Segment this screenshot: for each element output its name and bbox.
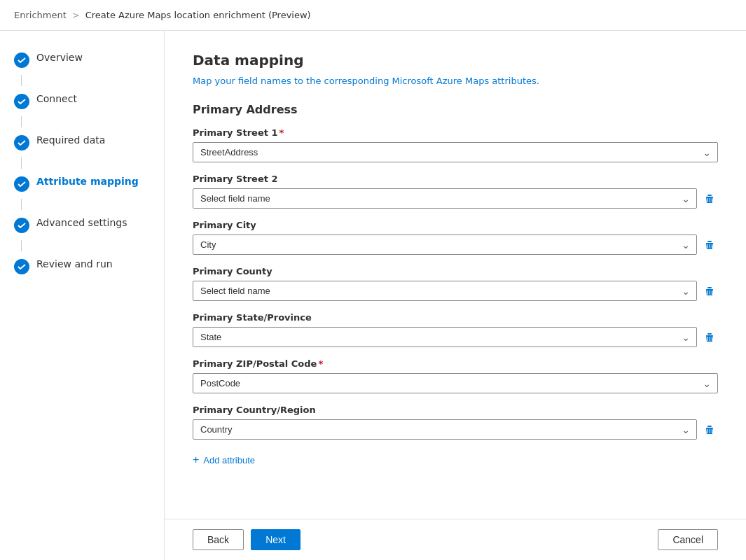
sidebar-label-advanced-settings: Advanced settings: [36, 217, 127, 228]
sidebar-item-advanced-settings[interactable]: Advanced settings: [0, 210, 164, 240]
select-wrapper-state: State ⌄: [193, 327, 697, 347]
step-icon-attribute-mapping: [14, 176, 29, 192]
select-primary-street-2[interactable]: Select field name: [193, 188, 697, 209]
sidebar-connector-5: [21, 240, 22, 251]
primary-address-title: Primary Address: [193, 103, 718, 116]
select-primary-zip[interactable]: PostCode: [193, 373, 718, 393]
plus-icon: +: [193, 454, 199, 466]
add-attribute-button[interactable]: + Add attribute: [193, 451, 255, 469]
select-wrapper-country: Country ⌄: [193, 419, 697, 440]
label-primary-street-1: Primary Street 1*: [193, 127, 718, 138]
field-primary-country: Primary Country/Region Country ⌄: [193, 405, 718, 440]
step-icon-connect: [14, 94, 29, 109]
label-primary-street-2: Primary Street 2: [193, 174, 718, 184]
back-button[interactable]: Back: [193, 529, 244, 550]
label-primary-county: Primary County: [193, 266, 718, 276]
field-primary-zip: Primary ZIP/Postal Code* PostCode ⌄: [193, 358, 718, 393]
next-button[interactable]: Next: [251, 529, 301, 550]
sidebar-connector-4: [21, 199, 22, 210]
step-icon-overview: [14, 52, 29, 68]
breadcrumb-parent[interactable]: Enrichment: [14, 10, 67, 20]
content-area: Data mapping Map your field names to the…: [165, 31, 746, 560]
label-primary-state: Primary State/Province: [193, 312, 718, 323]
sidebar-label-required-data: Required data: [36, 134, 105, 146]
select-wrapper-street-1: StreetAddress ⌄: [193, 142, 718, 162]
delete-button-street-2[interactable]: [701, 190, 718, 207]
sidebar-label-overview: Overview: [36, 52, 83, 63]
select-primary-county[interactable]: Select field name: [193, 281, 697, 301]
select-wrapper-street-2: Select field name ⌄: [193, 188, 697, 209]
select-wrapper-zip: PostCode ⌄: [193, 373, 718, 393]
add-attribute-label: Add attribute: [203, 455, 255, 465]
breadcrumb: Enrichment > Create Azure Maps location …: [0, 0, 746, 31]
sidebar-item-required-data[interactable]: Required data: [0, 127, 164, 158]
field-primary-county: Primary County Select field name ⌄: [193, 266, 718, 301]
field-primary-street-2: Primary Street 2 Select field name ⌄: [193, 174, 718, 209]
step-icon-review-and-run: [14, 259, 29, 274]
sidebar-item-connect[interactable]: Connect: [0, 86, 164, 116]
section-subtitle: Map your field names to the correspondin…: [193, 76, 718, 86]
cancel-button[interactable]: Cancel: [658, 529, 718, 550]
breadcrumb-separator: >: [72, 10, 80, 20]
section-title: Data mapping: [193, 52, 718, 69]
footer: Back Next Cancel: [165, 519, 746, 560]
sidebar-label-review-and-run: Review and run: [36, 258, 113, 270]
label-primary-zip: Primary ZIP/Postal Code*: [193, 358, 718, 369]
label-primary-city: Primary City: [193, 220, 718, 230]
sidebar-item-review-and-run[interactable]: Review and run: [0, 251, 164, 281]
sidebar-label-connect: Connect: [36, 93, 77, 104]
field-primary-state: Primary State/Province State ⌄: [193, 312, 718, 347]
delete-button-county[interactable]: [701, 283, 718, 300]
label-primary-country: Primary Country/Region: [193, 405, 718, 415]
select-wrapper-county: Select field name ⌄: [193, 281, 697, 301]
breadcrumb-current: Create Azure Maps location enrichment (P…: [85, 10, 311, 20]
sidebar-connector-1: [21, 75, 22, 86]
step-icon-required-data: [14, 135, 29, 150]
sidebar: Overview Connect Required data: [0, 31, 165, 560]
delete-button-country[interactable]: [701, 421, 718, 438]
delete-button-state[interactable]: [701, 329, 718, 346]
select-wrapper-city: City ⌄: [193, 234, 697, 255]
sidebar-connector-2: [21, 116, 22, 127]
select-primary-country[interactable]: Country: [193, 419, 697, 440]
select-primary-street-1[interactable]: StreetAddress: [193, 142, 718, 162]
sidebar-label-attribute-mapping: Attribute mapping: [36, 176, 139, 187]
select-primary-state[interactable]: State: [193, 327, 697, 347]
sidebar-item-attribute-mapping[interactable]: Attribute mapping: [0, 169, 164, 199]
select-primary-city[interactable]: City: [193, 234, 697, 255]
step-icon-advanced-settings: [14, 218, 29, 233]
field-primary-street-1: Primary Street 1* StreetAddress ⌄: [193, 127, 718, 162]
field-primary-city: Primary City City ⌄: [193, 220, 718, 255]
sidebar-connector-3: [21, 158, 22, 169]
sidebar-item-overview[interactable]: Overview: [0, 45, 164, 75]
delete-button-city[interactable]: [701, 237, 718, 253]
